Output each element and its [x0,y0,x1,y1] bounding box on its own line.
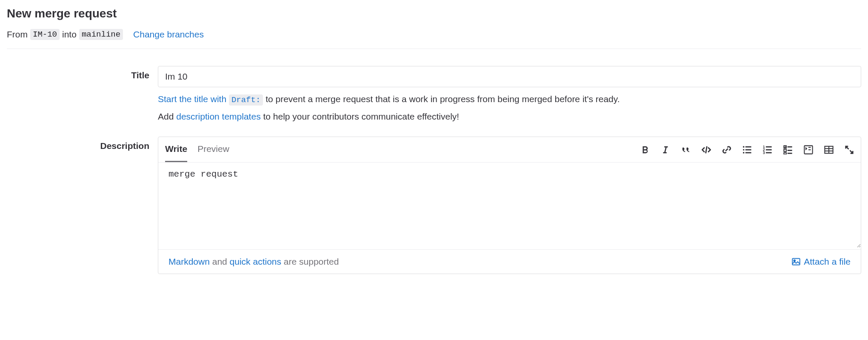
page-title: New merge request [7,7,861,20]
image-icon [792,257,800,266]
editor-toolbar: 123 [640,145,854,154]
quick-actions-link[interactable]: quick actions [230,257,281,266]
editor-footer: Markdown and quick actions are supported… [158,249,861,274]
task-list-icon[interactable] [783,145,793,154]
code-icon[interactable] [702,145,711,154]
svg-rect-14 [784,149,786,151]
collapse-section-icon[interactable] [804,145,813,154]
hint-prefix: Start the title with [158,94,229,104]
title-hint-templates: Add description templates to help your c… [158,110,861,123]
markdown-link[interactable]: Markdown [168,257,210,266]
branch-info: From IM-10 into mainline Change branches [7,29,861,40]
svg-rect-16 [784,152,786,154]
numbered-list-icon[interactable]: 123 [763,145,772,154]
svg-text:3: 3 [763,151,765,154]
hint-suffix: to prevent a merge request that is a wor… [266,94,620,104]
svg-rect-25 [793,259,800,265]
footer-and: and [210,257,230,266]
description-textarea[interactable] [158,163,861,248]
description-templates-link[interactable]: description templates [176,111,260,121]
attach-file-label: Attach a file [804,257,851,267]
title-input[interactable] [158,66,861,87]
title-label: Title [7,66,158,80]
editor-tabs: Write Preview [165,137,229,162]
tab-preview[interactable]: Preview [197,137,229,162]
draft-code: Draft: [229,94,263,106]
svg-point-2 [743,149,745,151]
into-label: into [62,29,77,40]
quote-icon[interactable] [681,145,691,154]
svg-rect-5 [745,152,751,153]
svg-rect-7 [766,146,772,147]
description-label: Description [7,137,158,151]
svg-point-0 [743,146,745,148]
hint2-prefix: Add [158,111,176,121]
tab-write[interactable]: Write [165,137,187,162]
svg-rect-3 [745,149,751,150]
divider [7,49,861,49]
markdown-hint: Markdown and quick actions are supported [168,257,339,267]
source-branch: IM-10 [30,29,60,40]
editor-header: Write Preview [158,137,861,163]
draft-hint-link[interactable]: Start the title with Draft: [158,94,266,104]
fullscreen-icon[interactable] [845,145,854,154]
description-editor: Write Preview [158,137,861,274]
bold-icon[interactable] [640,145,650,154]
footer-suffix: are supported [281,257,339,266]
change-branches-link[interactable]: Change branches [133,29,204,40]
attach-file-button[interactable]: Attach a file [792,257,851,267]
title-hint-draft: Start the title with Draft: to prevent a… [158,92,861,106]
svg-rect-9 [766,149,772,150]
target-branch: mainline [79,29,123,40]
bullet-list-icon[interactable] [742,145,752,154]
svg-point-4 [743,152,745,154]
link-icon[interactable] [722,145,731,154]
italic-icon[interactable] [661,145,670,154]
from-label: From [7,29,28,40]
svg-rect-1 [745,146,751,147]
hint2-suffix: to help your contributors communicate ef… [261,111,460,121]
table-icon[interactable] [824,145,834,154]
svg-rect-11 [766,152,772,153]
